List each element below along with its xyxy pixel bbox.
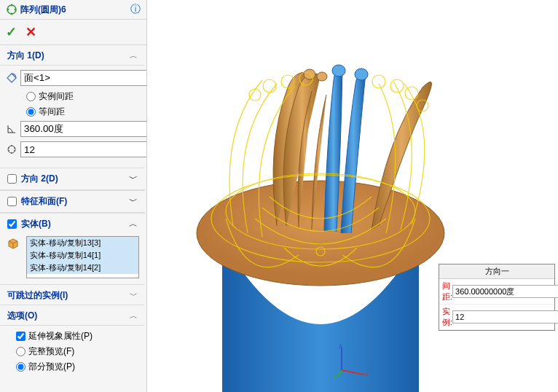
svg-point-8 <box>14 150 15 152</box>
callout-spacing-label: 间距: <box>442 281 452 302</box>
chevron-down-icon: ﹀ <box>129 195 138 208</box>
svg-line-28 <box>342 370 364 375</box>
callout-spacing-input[interactable] <box>452 285 558 298</box>
radio-label: 实例间距 <box>39 90 74 103</box>
svg-point-6 <box>11 145 12 146</box>
svg-point-11 <box>8 147 9 149</box>
panel-title: 阵列(圆周)6 <box>20 4 130 16</box>
section-bodies-header[interactable]: 实体(B) ︿ <box>0 213 145 235</box>
section-title: 可跳过的实例(I) <box>7 289 68 302</box>
features-checkbox[interactable] <box>7 197 17 206</box>
section-title: 选项(O) <box>7 310 37 322</box>
direction2-checkbox[interactable] <box>7 174 17 184</box>
section-features[interactable]: 特征和面(F) ﹀ <box>0 190 145 213</box>
property-panel: 阵列(圆周)6 ⓘ ✓ ✕ 方向 1(D) ︿ 实例间距 等间距 <box>0 0 147 392</box>
section-title: 方向 1(D) <box>7 50 44 62</box>
chevron-up-icon: ︿ <box>130 310 138 321</box>
svg-text:x: x <box>365 370 369 377</box>
svg-point-7 <box>14 147 15 149</box>
svg-point-15 <box>332 65 345 77</box>
callout-instance-spinner[interactable]: ▲▼ <box>452 310 558 324</box>
panel-body: 方向 1(D) ︿ 实例间距 等间距 ▲▼ <box>0 45 146 392</box>
section-options-header[interactable]: 选项(O) ︿ <box>0 305 145 326</box>
svg-point-22 <box>372 75 385 88</box>
callout-instance-label: 实例: <box>442 306 452 328</box>
section-direction2[interactable]: 方向 2(D) ﹀ <box>0 168 145 190</box>
svg-point-9 <box>11 152 12 154</box>
angle-icon <box>6 122 17 136</box>
chevron-down-icon: ﹀ <box>129 173 138 185</box>
list-item[interactable]: 实体-移动/复制14[1] <box>27 249 138 262</box>
viewport-3d[interactable]: x y z 方向一 间距: ▲▼ 实例: ▲▼ <box>147 0 558 392</box>
axis-input[interactable] <box>20 70 146 86</box>
radio-equal-spacing[interactable]: 等间距 <box>26 106 139 118</box>
option-label: 部分预览(P) <box>28 361 75 373</box>
confirm-bar: ✓ ✕ <box>0 20 146 45</box>
chevron-down-icon: ﹀ <box>130 290 138 301</box>
option-label: 延伸视象属性(P) <box>28 330 93 342</box>
count-icon <box>6 142 17 157</box>
radio-instance-input[interactable] <box>26 92 36 101</box>
callout-instance-input[interactable] <box>452 310 558 324</box>
section-title: 特征和面(F) <box>21 195 129 208</box>
partial-preview-radio[interactable] <box>16 362 25 372</box>
section-title: 实体(B) <box>21 218 129 230</box>
body-icon <box>6 236 20 251</box>
propagate-checkbox[interactable] <box>16 332 25 341</box>
cancel-button[interactable]: ✕ <box>25 24 36 40</box>
ok-button[interactable]: ✓ <box>6 24 17 40</box>
callout-header: 方向一 <box>439 264 554 279</box>
help-icon[interactable]: ⓘ <box>130 3 141 16</box>
axis-icon[interactable] <box>6 71 17 85</box>
count-input[interactable] <box>20 141 146 157</box>
section-title: 方向 2(D) <box>21 173 129 185</box>
svg-point-25 <box>249 89 261 101</box>
section-skip-header[interactable]: 可跳过的实例(I) ﹀ <box>0 284 145 305</box>
axis-triad: x y z <box>333 342 369 381</box>
option-partial-preview[interactable]: 部分预览(P) <box>16 361 139 373</box>
svg-text:y: y <box>333 373 337 379</box>
svg-point-5 <box>8 146 15 153</box>
chevron-up-icon: ︿ <box>129 218 138 230</box>
panel-header: 阵列(圆周)6 ⓘ <box>0 0 146 20</box>
svg-line-29 <box>337 370 342 377</box>
section-direction1-body: 实例间距 等间距 ▲▼ ▲▼ <box>0 66 145 168</box>
radio-equal-input[interactable] <box>26 107 36 117</box>
section-direction1-header[interactable]: 方向 1(D) ︿ <box>0 45 145 66</box>
svg-point-10 <box>8 150 9 152</box>
svg-point-2 <box>15 9 17 11</box>
radio-label: 等间距 <box>39 106 65 118</box>
bodies-checkbox[interactable] <box>7 219 17 229</box>
svg-point-13 <box>304 69 315 79</box>
svg-point-24 <box>405 87 418 100</box>
count-spinner[interactable]: ▲▼ <box>20 141 146 157</box>
list-item[interactable]: 实体-移动/复制14[2] <box>27 262 138 274</box>
option-label: 完整预览(F) <box>28 345 74 358</box>
svg-point-3 <box>11 13 13 15</box>
bodies-listbox[interactable]: 实体-移动/复制13[3] 实体-移动/复制14[1] 实体-移动/复制14[2… <box>26 236 139 278</box>
svg-point-23 <box>390 79 404 93</box>
list-item[interactable]: 实体-移动/复制13[3] <box>27 237 138 249</box>
svg-point-16 <box>355 68 368 80</box>
svg-point-4 <box>7 9 9 11</box>
svg-point-1 <box>11 4 13 7</box>
section-bodies-body: 实体-移动/复制13[3] 实体-移动/复制14[1] 实体-移动/复制14[2… <box>0 235 145 284</box>
full-preview-radio[interactable] <box>16 347 25 356</box>
model-render <box>147 0 558 392</box>
svg-point-19 <box>263 79 276 93</box>
option-propagate[interactable]: 延伸视象属性(P) <box>16 330 139 342</box>
direction-callout[interactable]: 方向一 间距: ▲▼ 实例: ▲▼ <box>439 264 555 331</box>
circular-pattern-icon <box>6 4 17 15</box>
angle-spinner[interactable]: ▲▼ <box>20 121 146 137</box>
section-options-body: 延伸视象属性(P) 完整预览(F) 部分预览(P) <box>0 326 145 382</box>
chevron-up-icon: ︿ <box>130 50 138 61</box>
svg-point-14 <box>317 72 327 81</box>
radio-instance-spacing[interactable]: 实例间距 <box>26 90 139 103</box>
angle-input[interactable] <box>20 121 146 137</box>
callout-spacing-spinner[interactable]: ▲▼ <box>452 285 558 298</box>
option-full-preview[interactable]: 完整预览(F) <box>16 345 139 358</box>
svg-text:z: z <box>339 342 342 350</box>
